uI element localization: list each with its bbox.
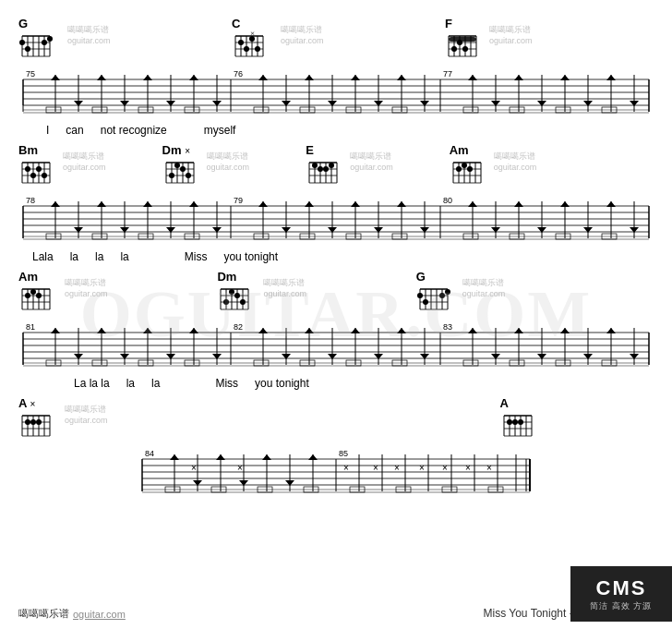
chord-Am: Am [450,143,485,190]
svg-rect-38 [449,37,476,42]
footer-site-url[interactable]: oguitar.com [73,609,126,620]
svg-point-270 [234,293,240,298]
svg-text:×: × [419,463,425,473]
lyric-word: you tonight [223,250,278,263]
lyric-word: la [70,250,78,263]
wm-4a: 噶噶噶乐谱oguitar.com [65,404,108,425]
chord-E: E [306,143,341,190]
chord-diagram-A-2 [500,410,535,440]
svg-point-256 [30,289,36,295]
chord-Dm-2: Dm [217,270,252,317]
page-content: OGUITAR.COM G [0,0,672,629]
svg-marker-94 [514,75,523,80]
chord-name-C: C [232,17,263,30]
chord-diagram-Am [450,157,485,187]
svg-point-155 [312,163,318,168]
chord-Bm: Bm [18,143,54,190]
chords-row-2: Bm [18,143,654,190]
svg-text:×: × [343,463,349,473]
svg-marker-90 [468,75,477,80]
svg-point-128 [36,166,42,172]
svg-text:×: × [486,463,492,473]
svg-marker-411 [262,454,271,460]
lyric-word: la [151,377,160,390]
svg-marker-211 [351,201,360,207]
section-4: A × [18,396,654,501]
svg-point-386 [518,419,523,425]
staff-svg-1: 75 76 77 [18,66,654,121]
svg-point-143 [169,173,174,178]
wm-1c: 噶噶噶乐谱oguitar.com [489,24,533,45]
section-2: Bm [18,143,654,264]
svg-text:×: × [465,463,471,473]
svg-point-258 [36,293,42,298]
cms-top: CMS [596,576,647,600]
svg-marker-215 [397,201,406,207]
svg-point-371 [25,419,30,425]
svg-text:77: 77 [443,69,452,79]
chord-name-G: G [18,17,50,30]
svg-marker-199 [189,201,198,207]
cms-badge: CMS 简洁 高效 方源 [570,566,672,622]
svg-point-141 [174,163,180,168]
footer: 噶噶噶乐谱 oguitar.com Miss You Tonight - 茶小姐… [0,606,672,622]
svg-point-372 [30,419,36,425]
svg-marker-58 [51,75,60,80]
svg-text:81: 81 [26,322,35,332]
chord-G-2: G [416,270,451,317]
svg-marker-102 [606,75,616,80]
cms-bottom: 简洁 高效 方源 [590,600,652,612]
svg-text:×: × [373,463,378,473]
svg-point-11 [25,46,30,52]
lyric-word: I [46,124,49,137]
chord-diagram-G-2 [416,284,451,313]
svg-point-384 [507,419,512,425]
wm-1a: 噶噶噶乐谱oguitar.com [67,24,111,45]
svg-text:×: × [191,463,197,473]
lyrics-row-1: I can not recognize myself [18,123,654,138]
svg-point-284 [423,299,428,305]
wm-3a: 噶噶噶乐谱oguitar.com [65,277,108,298]
svg-marker-98 [560,75,570,80]
svg-marker-322 [305,328,314,333]
svg-marker-203 [258,201,268,207]
section-1: G [18,17,654,138]
lyric-word: can [66,124,83,137]
svg-marker-195 [143,201,152,207]
chord-name-Am: Am [450,143,481,157]
svg-point-25 [238,40,244,45]
staff-1: 75 76 77 [18,66,654,121]
lyrics-row-2: Lala la la la Miss you tonight [18,249,654,264]
lyric-word: you tonight [255,377,309,390]
svg-marker-86 [397,75,406,80]
lyric-word: myself [204,124,236,137]
svg-point-127 [25,166,30,172]
svg-point-39 [451,46,457,52]
lyrics-row-3: La la la la la Miss you tonight [18,376,654,391]
svg-marker-74 [258,75,268,80]
lyric-word: Miss [185,250,208,263]
svg-point-13 [47,36,53,42]
chord-name-Am-2: Am [18,270,50,284]
lyric-word: Miss [215,377,238,390]
staff-4: 84 85 × × × × × × [18,445,654,501]
svg-point-385 [512,419,518,425]
svg-text:×: × [237,463,243,473]
svg-text:78: 78 [26,196,35,205]
chord-Dm: Dm × [162,143,198,190]
svg-marker-231 [606,201,616,207]
svg-marker-415 [308,454,318,460]
svg-point-142 [180,166,186,172]
footer-left: 噶噶噶乐谱 oguitar.com [18,607,126,621]
svg-text:84: 84 [145,449,154,458]
svg-point-271 [223,299,229,305]
staff-svg-2: 78 79 80 [18,192,654,248]
chord-name-A-1: A × [18,396,54,410]
chord-diagram-A-1 [18,410,54,440]
svg-point-158 [329,163,334,168]
svg-point-285 [439,293,445,298]
svg-marker-219 [468,201,477,207]
svg-marker-78 [305,75,314,80]
svg-marker-223 [514,201,523,207]
svg-marker-310 [143,328,152,333]
